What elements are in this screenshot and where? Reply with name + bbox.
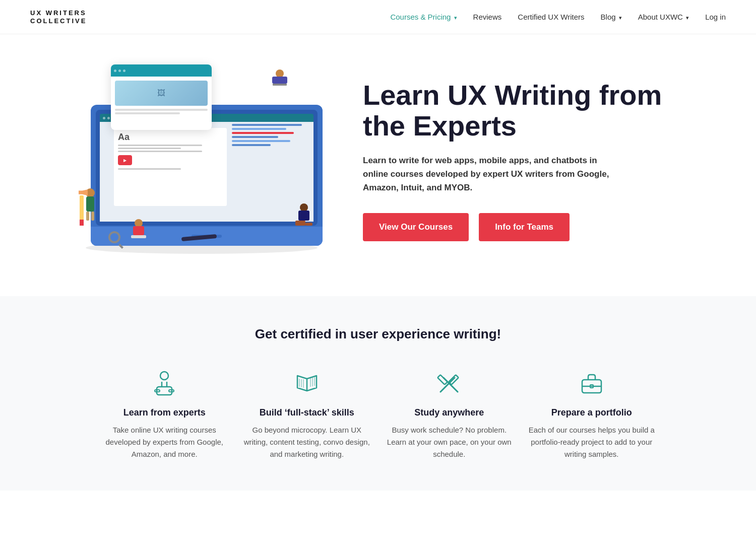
screen-body: Aa ▶ <box>100 122 313 222</box>
person-laptop <box>131 235 146 238</box>
feature-name-portfolio: Prepare a portfolio <box>528 407 656 418</box>
play-button-icon: ▶ <box>118 155 132 165</box>
person-sitting-top <box>272 70 287 86</box>
feature-full-stack: Build ‘full-stack’ skills Go beyond micr… <box>243 367 371 460</box>
hero-buttons: View Our Courses Info for Teams <box>363 213 675 241</box>
feature-desc-experts: Take online UX writing courses developed… <box>101 424 228 460</box>
nav-item-blog[interactable]: Blog ▾ <box>601 13 622 22</box>
nav-item-courses[interactable]: Courses & Pricing ▾ <box>390 13 457 22</box>
person-laptop <box>273 84 287 86</box>
dot-icon <box>118 70 121 72</box>
person-teaching-icon <box>148 367 180 399</box>
nav-links: Courses & Pricing ▾ Reviews Certified UX… <box>390 13 726 22</box>
svg-point-0 <box>160 372 168 380</box>
dot-icon <box>123 70 125 72</box>
nav-link-login[interactable]: Log in <box>705 13 726 21</box>
doc-line <box>118 151 202 152</box>
feature-learn-experts: Learn from experts Take online UX writin… <box>101 367 228 460</box>
megaphone-icon <box>79 189 88 195</box>
chevron-down-icon: ▾ <box>454 15 457 21</box>
person-body <box>298 211 309 221</box>
doc-line <box>118 145 202 146</box>
dot-icon <box>114 70 116 72</box>
chevron-down-icon: ▾ <box>686 15 689 21</box>
hero-subtitle: Learn to write for web apps, mobile apps… <box>363 154 615 195</box>
nav-link-blog[interactable]: Blog ▾ <box>601 13 622 21</box>
doc-title: Aa <box>118 132 223 143</box>
hero-section: Aa ▶ <box>50 34 706 296</box>
chevron-down-icon: ▾ <box>619 15 622 21</box>
person-megaphone <box>86 188 95 221</box>
feature-desc-portfolio: Each of our courses helps you build a po… <box>528 424 656 460</box>
feature-name-fullstack: Build ‘full-stack’ skills <box>243 407 371 418</box>
pencil-cross-icon <box>433 367 465 399</box>
person-body <box>133 226 144 235</box>
briefcase-icon <box>576 367 608 399</box>
svg-rect-1 <box>157 387 172 395</box>
nav-item-about[interactable]: About UXWC ▾ <box>638 13 689 22</box>
person-legs <box>86 212 94 221</box>
feature-portfolio: Prepare a portfolio Each of our courses … <box>528 367 656 460</box>
hero-text: Learn UX Writing from the Experts Learn … <box>363 80 675 241</box>
doc-line <box>118 168 181 170</box>
float-window-image: 🖼 <box>115 81 208 106</box>
nav-link-reviews[interactable]: Reviews <box>473 13 502 21</box>
navigation: UX WRITERS COLLECTIVE Courses & Pricing … <box>0 0 756 34</box>
dot-icon <box>103 117 105 119</box>
nav-link-courses[interactable]: Courses & Pricing ▾ <box>390 13 457 21</box>
feature-name-experts: Learn from experts <box>101 407 228 418</box>
person-body <box>272 77 287 84</box>
nav-item-reviews[interactable]: Reviews <box>473 13 502 22</box>
features-grid: Learn from experts Take online UX writin… <box>101 367 655 460</box>
svg-rect-16 <box>437 375 448 385</box>
features-title: Get certified in user experience writing… <box>20 326 736 342</box>
features-section: Get certified in user experience writing… <box>0 296 756 491</box>
svg-line-13 <box>440 378 455 392</box>
open-book-icon <box>291 367 323 399</box>
document-area: Aa ▶ <box>114 128 227 206</box>
fw-line <box>115 109 208 111</box>
view-courses-button[interactable]: View Our Courses <box>363 213 469 241</box>
feature-desc-fullstack: Go beyond microcopy. Learn UX writing, c… <box>243 424 371 460</box>
doc-line <box>118 148 181 149</box>
nav-item-certified[interactable]: Certified UX Writers <box>518 13 584 22</box>
person-sitting-bottom <box>131 219 146 238</box>
feature-study-anywhere: Study anywhere Busy work schedule? No pr… <box>386 367 513 460</box>
feature-desc-study: Busy work schedule? No problem. Learn at… <box>386 424 513 460</box>
feature-name-study: Study anywhere <box>386 407 513 418</box>
person-legs <box>295 221 312 226</box>
hero-title: Learn UX Writing from the Experts <box>363 80 675 142</box>
info-teams-button[interactable]: Info for Teams <box>479 213 570 241</box>
fw-line <box>115 112 180 114</box>
person-body <box>86 196 94 212</box>
pencil-icon <box>80 195 84 226</box>
float-window-header <box>111 64 212 77</box>
dot-icon <box>107 117 110 119</box>
nav-link-certified[interactable]: Certified UX Writers <box>518 13 584 21</box>
nav-item-login[interactable]: Log in <box>705 13 726 22</box>
site-logo[interactable]: UX WRITERS COLLECTIVE <box>30 9 87 25</box>
person-right <box>295 203 312 226</box>
float-window: 🖼 <box>111 64 212 130</box>
magnifier-icon <box>108 231 120 243</box>
nav-link-about[interactable]: About UXWC ▾ <box>638 13 689 21</box>
float-window-body: 🖼 <box>111 77 212 120</box>
hero-illustration: Aa ▶ <box>81 54 343 266</box>
code-area <box>232 122 309 148</box>
